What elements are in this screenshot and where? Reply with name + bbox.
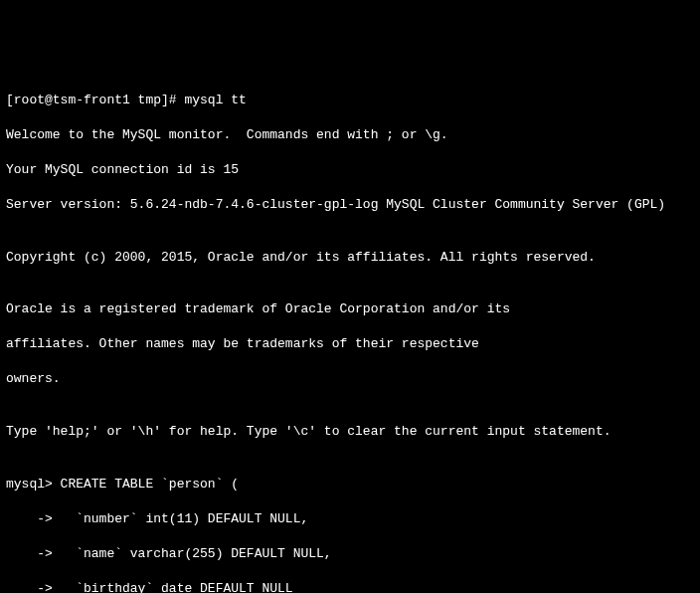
- mysql-create-table-1: mysql> CREATE TABLE `person` (: [6, 476, 694, 494]
- mysql-trademark-3: owners.: [6, 370, 694, 388]
- mysql-trademark-2: affiliates. Other names may be trademark…: [6, 335, 694, 353]
- mysql-help-hint: Type 'help;' or '\h' for help. Type '\c'…: [6, 423, 694, 441]
- mysql-connection-id: Your MySQL connection id is 15: [6, 161, 694, 179]
- mysql-server-version: Server version: 5.6.24-ndb-7.4.6-cluster…: [6, 196, 694, 214]
- terminal-window[interactable]: [root@tsm-front1 tmp]# mysql tt Welcome …: [6, 74, 694, 593]
- mysql-create-table-4: -> `birthday` date DEFAULT NULL: [6, 580, 694, 593]
- mysql-trademark-1: Oracle is a registered trademark of Orac…: [6, 300, 694, 318]
- mysql-copyright: Copyright (c) 2000, 2015, Oracle and/or …: [6, 249, 694, 267]
- mysql-create-table-3: -> `name` varchar(255) DEFAULT NULL,: [6, 545, 694, 563]
- mysql-welcome: Welcome to the MySQL monitor. Commands e…: [6, 126, 694, 144]
- shell-prompt-line: [root@tsm-front1 tmp]# mysql tt: [6, 92, 694, 109]
- mysql-create-table-2: -> `number` int(11) DEFAULT NULL,: [6, 510, 694, 528]
